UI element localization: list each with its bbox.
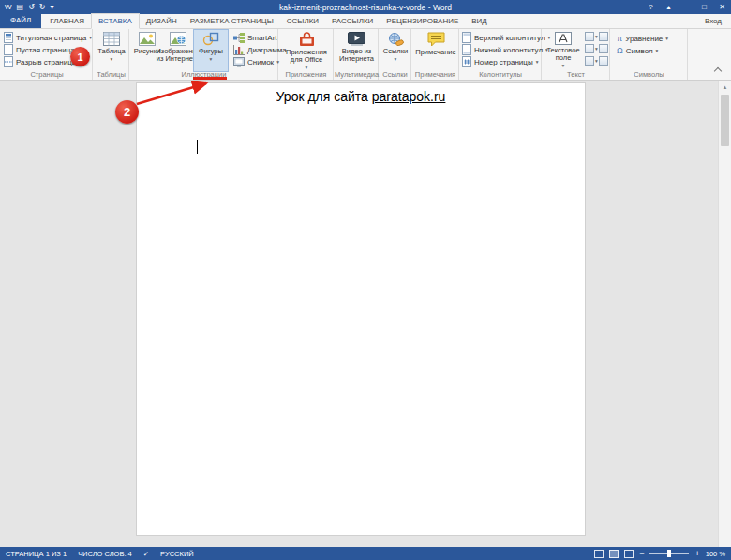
header-button[interactable]: Верхний колонтитул ▾: [460, 32, 550, 43]
group-label-header-footer: Колонтитулы: [460, 70, 541, 79]
chevron-down-icon: ▾: [210, 55, 213, 63]
blank-page-button[interactable]: Пустая страница: [2, 44, 75, 55]
help-button[interactable]: ?: [642, 0, 660, 14]
tab-page-layout[interactable]: РАЗМЕТКА СТРАНИЦЫ: [184, 14, 280, 28]
table-button[interactable]: Таблица ▾: [96, 30, 127, 70]
drop-cap-icon: [585, 56, 594, 66]
smartart-button[interactable]: SmartArt: [231, 32, 277, 43]
group-symbols: π Уравнение ▾ Ω Символ ▾ Символы: [611, 29, 688, 80]
web-layout-button[interactable]: [624, 550, 634, 558]
language-indicator[interactable]: РУССКИЙ: [160, 550, 194, 558]
chevron-down-icon: ▾: [395, 55, 397, 63]
pictures-icon: [139, 32, 156, 46]
group-tables: Таблица ▾ Таблицы: [94, 29, 129, 80]
group-header-footer: Верхний колонтитул ▾ Нижний колонтитул ▾…: [460, 29, 542, 80]
titlebar: W ▤ ↺ ↻ ▾ kak-izmenit-prozrachnost-risun…: [0, 0, 731, 14]
tab-design[interactable]: ДИЗАЙН: [140, 14, 184, 28]
qat-customize-icon[interactable]: ▾: [51, 0, 54, 14]
comment-button[interactable]: Примечание: [414, 30, 457, 70]
online-video-button[interactable]: Видео из Интернета: [336, 30, 377, 70]
date-time-button[interactable]: [599, 44, 608, 53]
header-label: Верхний колонтитул: [474, 34, 545, 42]
smartart-icon: [233, 33, 245, 43]
group-text: Текстовое поле ▾ ▾ ▾ ▾ Текст: [543, 29, 610, 80]
zoom-out-button[interactable]: −: [639, 548, 644, 559]
equation-button[interactable]: π Уравнение ▾: [615, 33, 668, 44]
screenshot-icon: [233, 57, 245, 67]
chart-button[interactable]: Диаграмма: [231, 44, 287, 55]
blank-page-label: Пустая страница: [16, 46, 75, 54]
page-number-button[interactable]: Номер страницы ▾: [460, 56, 538, 67]
tab-insert[interactable]: ВСТАВКА: [91, 13, 140, 29]
vertical-scrollbar[interactable]: ▲: [718, 81, 731, 547]
word-count[interactable]: ЧИСЛО СЛОВ: 4: [78, 550, 132, 558]
group-label-text: Текст: [543, 70, 609, 79]
apps-for-office-button[interactable]: Приложения для Office ▾: [284, 30, 329, 70]
word-window: W ▤ ↺ ↻ ▾ kak-izmenit-prozrachnost-risun…: [0, 0, 731, 560]
footer-button[interactable]: Нижний колонтитул ▾: [460, 44, 548, 55]
tab-mailings[interactable]: РАССЫЛКИ: [325, 14, 380, 28]
text-box-button[interactable]: Текстовое поле ▾: [545, 30, 582, 70]
sign-in-link[interactable]: Вход: [705, 14, 731, 28]
redo-icon[interactable]: ↻: [39, 0, 46, 14]
footer-label: Нижний колонтитул: [474, 46, 543, 54]
page-count[interactable]: СТРАНИЦА 1 ИЗ 1: [6, 550, 67, 558]
collapse-ribbon-icon[interactable]: [714, 67, 722, 75]
undo-icon[interactable]: ↺: [28, 0, 35, 14]
save-icon[interactable]: ▤: [17, 0, 24, 14]
scroll-up-icon[interactable]: ▲: [719, 81, 731, 93]
cover-page-button[interactable]: Титульная страница ▾: [2, 32, 92, 43]
group-illustrations: Рисунки Изображения из Интернета Фигуры …: [130, 29, 278, 80]
shapes-button[interactable]: Фигуры ▾: [193, 29, 229, 72]
symbol-icon: Ω: [617, 46, 623, 55]
heading-link[interactable]: paratapok.ru: [372, 89, 446, 104]
screenshot-label: Снимок: [247, 58, 274, 66]
links-button[interactable]: Ссылки ▾: [381, 30, 410, 70]
heading-text: Урок для сайта: [276, 89, 368, 104]
signature-line-icon: [599, 32, 608, 41]
annotation-step-1: 1: [70, 47, 90, 66]
read-mode-button[interactable]: [594, 550, 604, 558]
screenshot-button[interactable]: Снимок ▾: [231, 56, 279, 67]
annotation-underline: [193, 77, 227, 80]
group-label-pages: Страницы: [2, 70, 92, 79]
scrollbar-thumb[interactable]: [721, 95, 729, 146]
smartart-label: SmartArt: [247, 34, 277, 42]
cover-page-label: Титульная страница: [16, 34, 86, 42]
tab-home[interactable]: ГЛАВНАЯ: [43, 14, 91, 28]
signature-line-button[interactable]: [599, 32, 608, 41]
drop-cap-button[interactable]: ▾: [585, 56, 598, 66]
ribbon-display-options-button[interactable]: ▴: [660, 0, 678, 14]
zoom-level[interactable]: 100 %: [706, 550, 725, 558]
symbol-button[interactable]: Ω Символ ▾: [615, 45, 658, 56]
text-box-icon: [555, 32, 572, 45]
document-page[interactable]: Урок для сайта paratapok.ru: [136, 82, 586, 536]
word-app-icon: W: [5, 0, 12, 14]
quick-parts-icon: [585, 32, 594, 41]
page-break-button[interactable]: Разрыв страницы: [2, 56, 78, 67]
quick-access-toolbar: W ▤ ↺ ↻ ▾: [0, 0, 54, 14]
chevron-down-icon: ▾: [562, 62, 565, 69]
zoom-slider-thumb[interactable]: [667, 550, 671, 557]
minimize-button[interactable]: −: [678, 0, 695, 14]
tab-references[interactable]: ССЫЛКИ: [280, 14, 325, 28]
zoom-slider[interactable]: [649, 553, 689, 554]
wordart-button[interactable]: ▾: [585, 44, 598, 53]
spellcheck-icon[interactable]: ✓: [143, 550, 149, 558]
tab-file[interactable]: ФАЙЛ: [0, 13, 41, 28]
tab-review[interactable]: РЕЦЕНЗИРОВАНИЕ: [380, 14, 465, 28]
print-layout-button[interactable]: [609, 550, 619, 558]
group-links: Ссылки ▾ Ссылки: [380, 29, 411, 80]
status-bar: СТРАНИЦА 1 ИЗ 1 ЧИСЛО СЛОВ: 4 ✓ РУССКИЙ …: [0, 547, 731, 560]
tab-view[interactable]: ВИД: [465, 14, 494, 28]
online-video-icon: [348, 32, 366, 46]
quick-parts-button[interactable]: ▾: [585, 32, 598, 41]
zoom-in-button[interactable]: +: [694, 548, 699, 559]
maximize-button[interactable]: □: [695, 0, 713, 14]
ribbon: Титульная страница ▾ Пустая страница Раз…: [0, 29, 731, 81]
online-pictures-button[interactable]: Изображения из Интернета: [163, 30, 193, 70]
close-button[interactable]: ✕: [713, 0, 731, 14]
page-break-icon: [4, 56, 13, 67]
apps-for-office-icon: [298, 32, 316, 47]
object-button[interactable]: [599, 56, 608, 66]
